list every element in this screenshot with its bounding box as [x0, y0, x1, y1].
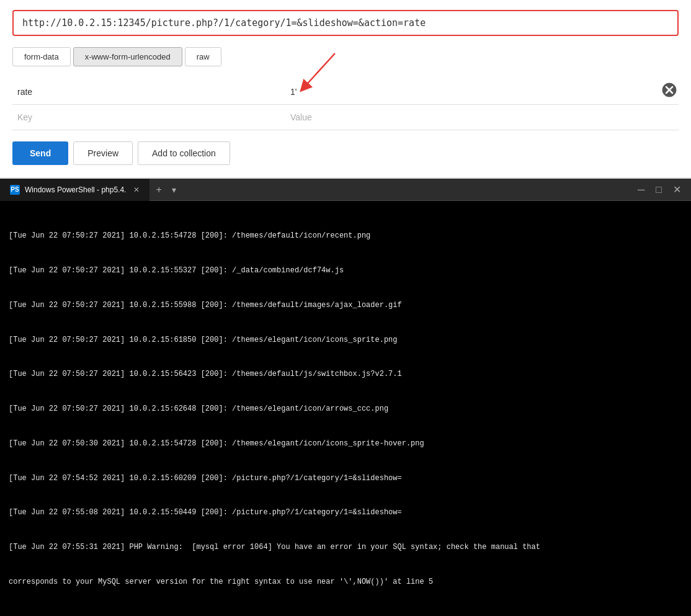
body-tabs: form-data x-www-form-urlencoded raw: [12, 47, 679, 66]
terminal-line-8: [Tue Jun 22 07:54:52 2021] 10.0.2.15:602…: [9, 473, 682, 484]
tab-x-www-form-urlencoded[interactable]: x-www-form-urlencoded: [73, 47, 182, 66]
terminal-line-3: [Tue Jun 22 07:50:27 2021] 10.0.2.15:559…: [9, 300, 682, 311]
terminal-line-7: [Tue Jun 22 07:50:30 2021] 10.0.2.15:547…: [9, 438, 682, 450]
terminal-body[interactable]: [Tue Jun 22 07:50:27 2021] 10.0.2.15:547…: [0, 201, 691, 616]
send-button[interactable]: Send: [12, 141, 68, 165]
url-bar[interactable]: http://10.0.2.15:12345/picture.php?/1/ca…: [12, 10, 679, 36]
terminal-line-2: [Tue Jun 22 07:50:27 2021] 10.0.2.15:553…: [9, 265, 682, 277]
close-window-button[interactable]: ✕: [668, 184, 686, 196]
placeholder-key[interactable]: Key: [12, 110, 285, 125]
powershell-icon: PS: [10, 185, 20, 195]
terminal-line-11: corresponds to your MySQL server version…: [9, 576, 682, 588]
terminal-panel: PS Windows PowerShell - php5.4. ✕ + ▾ ─ …: [0, 179, 691, 616]
terminal-new-tab-button[interactable]: +: [149, 184, 167, 195]
terminal-tab-title: Windows PowerShell - php5.4.: [25, 185, 126, 194]
param-delete-1[interactable]: [660, 83, 679, 100]
terminal-line-10: [Tue Jun 22 07:55:31 2021] PHP Warning: …: [9, 542, 682, 553]
terminal-line-5: [Tue Jun 22 07:50:27 2021] 10.0.2.15:564…: [9, 368, 682, 380]
terminal-line-9: [Tue Jun 22 07:55:08 2021] 10.0.2.15:504…: [9, 507, 682, 519]
param-value-container-1: 1': [285, 84, 660, 99]
terminal-window-controls: ─ □ ✕: [633, 184, 691, 196]
minimize-button[interactable]: ─: [633, 184, 649, 196]
placeholder-value[interactable]: Value: [285, 110, 679, 125]
preview-button[interactable]: Preview: [73, 141, 133, 165]
terminal-tab-close-icon[interactable]: ✕: [133, 185, 140, 194]
action-buttons: Send Preview Add to collection: [12, 141, 679, 165]
terminal-tab-active[interactable]: PS Windows PowerShell - php5.4. ✕: [0, 179, 149, 201]
tab-raw[interactable]: raw: [185, 47, 221, 66]
param-key-1[interactable]: rate: [12, 84, 285, 99]
url-text: http://10.0.2.15:12345/picture.php?/1/ca…: [22, 17, 426, 29]
param-row-container: rate 1': [12, 79, 679, 105]
terminal-line-blank: [9, 611, 682, 616]
restore-button[interactable]: □: [651, 184, 667, 196]
param-placeholder-row: Key Value: [12, 105, 679, 130]
terminal-line-1: [Tue Jun 22 07:50:27 2021] 10.0.2.15:547…: [9, 230, 682, 242]
params-section: rate 1': [12, 79, 679, 130]
tab-form-data[interactable]: form-data: [12, 47, 71, 66]
terminal-titlebar: PS Windows PowerShell - php5.4. ✕ + ▾ ─ …: [0, 179, 691, 201]
param-row-1: rate 1': [12, 79, 679, 105]
terminal-tab-dropdown[interactable]: ▾: [168, 185, 180, 195]
terminal-line-6: [Tue Jun 22 07:50:27 2021] 10.0.2.15:626…: [9, 403, 682, 415]
param-value-1[interactable]: 1': [290, 87, 296, 97]
request-panel: http://10.0.2.15:12345/picture.php?/1/ca…: [0, 0, 691, 179]
terminal-line-4: [Tue Jun 22 07:50:27 2021] 10.0.2.15:618…: [9, 334, 682, 346]
add-to-collection-button[interactable]: Add to collection: [138, 141, 230, 165]
